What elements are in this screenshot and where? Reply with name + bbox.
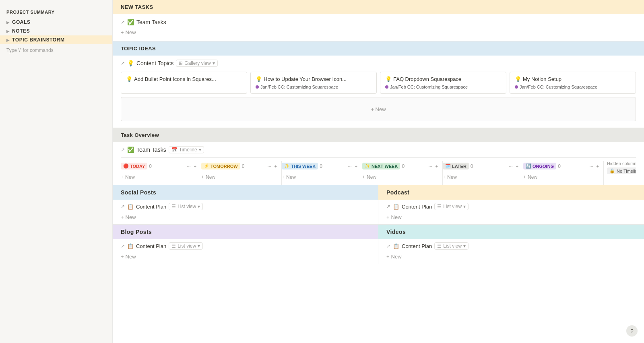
videos-header: Videos: [378, 225, 644, 239]
tag-dot: [256, 85, 259, 89]
chevron-right-icon: ▶: [6, 20, 10, 25]
videos-content-plan-link[interactable]: ↗ 📋 Content Plan ☰ List view ▾: [386, 242, 636, 250]
plus-icon: +: [282, 174, 285, 180]
today-badge: 🔴 TODAY: [121, 163, 147, 169]
later-badge: 🗓️ LATER: [443, 163, 469, 169]
plus-icon: +: [386, 254, 390, 260]
timeline-col-next-week: ✨ NEXT WEEK 0 ··· + + New: [362, 161, 443, 185]
list-view-badge[interactable]: ☰ List view ▾: [169, 203, 203, 210]
content-plan-emoji: 📋: [393, 204, 399, 210]
list-view-label: List view: [178, 243, 196, 249]
blog-content-plan-link[interactable]: ↗ 📋 Content Plan ☰ List view ▾: [121, 242, 370, 250]
gallery-card[interactable]: 💡 How to Update Your Browser Icon... Jan…: [250, 72, 377, 94]
external-link-icon: ↗: [121, 19, 125, 25]
timeline-view-label: Timeline: [179, 147, 197, 153]
bottom-grid: Social Posts ↗ 📋 Content Plan ☰ List vie…: [113, 185, 644, 264]
gallery-card[interactable]: 💡 My Notion Setup Jan/Feb CC: Customizin…: [510, 72, 636, 94]
card-emoji: 💡: [515, 76, 521, 82]
hidden-columns-label: Hidden columns: [607, 161, 636, 166]
add-new-tomorrow-button[interactable]: + New: [201, 173, 278, 182]
help-button[interactable]: ?: [626, 325, 638, 337]
add-new-blog-button[interactable]: + New: [121, 253, 370, 260]
podcast-content: ↗ 📋 Content Plan ☰ List view ▾ + New: [378, 200, 644, 224]
card-title: 💡 My Notion Setup: [515, 76, 631, 82]
next-week-label: NEXT WEEK: [372, 164, 398, 169]
add-new-this-week-button[interactable]: + New: [282, 173, 359, 182]
videos-section: Videos ↗ 📋 Content Plan ☰ List view ▾ + …: [378, 224, 644, 264]
list-view-badge[interactable]: ☰ List view ▾: [169, 242, 203, 250]
gallery-view-label: Gallery view: [184, 60, 211, 66]
plus-icon: +: [201, 174, 204, 180]
list-icon: ☰: [437, 243, 442, 249]
col-add-button[interactable]: +: [595, 163, 600, 169]
add-new-next-week-button[interactable]: + New: [362, 173, 439, 182]
gallery-grid: 💡 Add Bullet Point Icons in Squares... 💡…: [121, 72, 636, 94]
add-new-label: New: [126, 214, 136, 220]
add-new-videos-button[interactable]: + New: [386, 253, 636, 260]
team-tasks-timeline-link[interactable]: ↗ ✅ Team Tasks 📅 Timeline ▾: [121, 146, 636, 153]
ongoing-label: ONGOING: [533, 164, 554, 169]
ongoing-badge: 🔄 ONGOING: [523, 163, 556, 169]
content-topics-emoji: 💡: [127, 60, 134, 66]
team-tasks-link[interactable]: ↗ ✅ Team Tasks: [121, 19, 636, 25]
external-link-icon: ↗: [121, 147, 125, 153]
social-content-plan-link[interactable]: ↗ 📋 Content Plan ☰ List view ▾: [121, 203, 370, 210]
chevron-down-icon: ▾: [213, 60, 215, 66]
sidebar-item-notes[interactable]: ▶ NOTES: [0, 27, 112, 35]
content-plan-label: Content Plan: [402, 204, 432, 210]
list-view-badge[interactable]: ☰ List view ▾: [434, 242, 469, 250]
add-new-today-button[interactable]: + New: [121, 173, 198, 182]
timeline-col-tomorrow: ⚡ TOMORROW 0 ··· + + New: [201, 161, 282, 185]
col-add-button[interactable]: +: [193, 163, 198, 169]
content-plan-label: Content Plan: [402, 243, 432, 249]
task-overview-header: Task Overview: [113, 128, 644, 142]
add-new-label: New: [391, 254, 402, 260]
col-add-button[interactable]: +: [354, 163, 359, 169]
add-new-social-button[interactable]: + New: [121, 213, 370, 221]
timeline-col-this-week: ✨ THIS WEEK 0 ··· + + New: [282, 161, 362, 185]
add-new-later-button[interactable]: + New: [443, 173, 520, 182]
col-add-button[interactable]: +: [434, 163, 439, 169]
col-more-button[interactable]: ···: [427, 163, 433, 169]
timeline-col-ongoing: 🔄 ONGOING 0 ··· + + New: [523, 161, 604, 185]
main-content: NEW TASKS ↗ ✅ Team Tasks + New TOPIC IDE…: [113, 0, 644, 343]
new-tasks-area: ↗ ✅ Team Tasks + New: [113, 14, 644, 41]
col-add-button[interactable]: +: [515, 163, 520, 169]
card-title: 💡 Add Bullet Point Icons in Squares...: [126, 76, 242, 82]
col-more-button[interactable]: ···: [347, 163, 353, 169]
list-view-badge[interactable]: ☰ List view ▾: [434, 203, 469, 210]
tag-dot: [515, 85, 518, 89]
videos-content: ↗ 📋 Content Plan ☰ List view ▾ + New: [378, 239, 644, 264]
sidebar-item-topic-brainstorm[interactable]: ▶ TOPIC BRAINSTORM: [0, 35, 112, 44]
col-header-this-week: ✨ THIS WEEK 0 ··· +: [282, 161, 359, 171]
tomorrow-emoji: ⚡: [204, 163, 209, 169]
gallery-card[interactable]: 💡 FAQ Dropdown Squarespace Jan/Feb CC: C…: [380, 72, 506, 94]
col-more-button[interactable]: ···: [266, 163, 272, 169]
list-icon: ☰: [437, 204, 442, 209]
gallery-view-badge[interactable]: ⊞ Gallery view ▾: [176, 60, 217, 67]
sidebar-item-label: GOALS: [12, 19, 31, 25]
content-topics-link[interactable]: ↗ 💡 Content Topics ⊞ Gallery view ▾: [121, 60, 636, 67]
podcast-content-plan-link[interactable]: ↗ 📋 Content Plan ☰ List view ▾: [386, 203, 636, 210]
gallery-card[interactable]: 💡 Add Bullet Point Icons in Squares...: [121, 72, 247, 94]
timeline-columns: 🔴 TODAY 0 ··· + + New: [121, 157, 636, 185]
sidebar-item-goals[interactable]: ▶ GOALS: [0, 18, 112, 27]
card-tag: Jan/Feb CC: Customizing Squarespace: [515, 85, 631, 89]
add-new-task-button[interactable]: + New: [121, 29, 636, 36]
add-gallery-card-button[interactable]: + New: [121, 97, 636, 121]
add-new-podcast-button[interactable]: + New: [386, 213, 636, 221]
chevron-down-icon: ▾: [463, 204, 466, 209]
add-new-ongoing-button[interactable]: + New: [523, 173, 600, 182]
sidebar: PROJECT SUMMARY ▶ GOALS ▶ NOTES ▶ TOPIC …: [0, 0, 113, 343]
col-more-button[interactable]: ···: [186, 163, 192, 169]
col-add-button[interactable]: +: [273, 163, 278, 169]
list-view-label: List view: [443, 204, 462, 209]
chevron-right-icon: ▶: [6, 38, 10, 42]
col-more-button[interactable]: ···: [588, 163, 594, 169]
timeline-view-badge[interactable]: 📅 Timeline ▾: [169, 146, 204, 153]
card-emoji: 💡: [256, 76, 262, 82]
new-tasks-header: NEW TASKS: [113, 0, 644, 14]
podcast-header: Podcast: [378, 185, 644, 200]
col-more-button[interactable]: ···: [508, 163, 514, 169]
col-actions: ··· +: [347, 163, 359, 169]
